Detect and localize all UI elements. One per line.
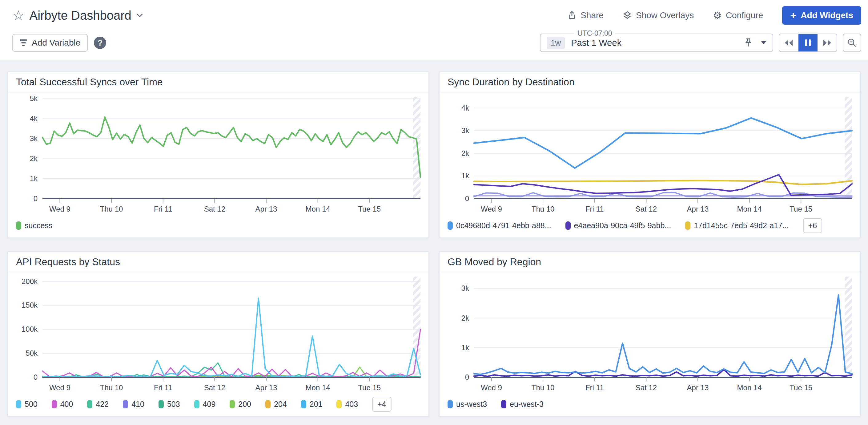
legend-item[interactable]: 403 (336, 400, 358, 409)
svg-text:1k: 1k (461, 172, 469, 180)
svg-text:Tue 15: Tue 15 (789, 205, 812, 213)
legend-item[interactable]: us-west3 (447, 400, 487, 409)
chart-canvas[interactable]: 01k2k3kWed 9Thu 10Fri 11Sat 12Apr 13Mon … (439, 272, 860, 392)
legend-item[interactable]: eu-west-3 (501, 400, 544, 409)
legend-label: 500 (25, 400, 37, 409)
svg-text:200k: 200k (22, 277, 38, 285)
svg-text:Wed 9: Wed 9 (481, 384, 502, 392)
time-range-chip: 1w (547, 37, 565, 49)
svg-text:Wed 9: Wed 9 (481, 205, 502, 213)
dashboard-canvas: Total Successful Syncs over Time 01k2k3k… (0, 60, 868, 417)
legend-item[interactable]: 201 (301, 400, 322, 409)
svg-text:2k: 2k (461, 314, 469, 322)
fast-forward-icon (822, 39, 832, 47)
zoom-out-button[interactable] (843, 34, 861, 52)
chart-legend: 500400422410503409200204201403+4 (8, 392, 429, 416)
time-shift-controls (779, 34, 837, 52)
svg-text:3k: 3k (461, 284, 469, 292)
legend-label: 200 (238, 400, 251, 409)
svg-text:Fri 11: Fri 11 (154, 205, 173, 213)
title-chevron-down-icon[interactable] (136, 13, 143, 18)
legend-color-chip (447, 221, 453, 230)
legend-label: 17d1455c-7ed5-49d2-a17... (694, 221, 789, 230)
legend-item[interactable]: 503 (158, 400, 180, 409)
legend-more-button[interactable]: +6 (803, 218, 823, 233)
legend-item[interactable]: 400 (52, 400, 73, 409)
legend-color-chip (52, 400, 57, 408)
legend-color-chip (87, 400, 92, 408)
legend-more-button[interactable]: +4 (372, 397, 392, 412)
legend-label: 403 (345, 400, 358, 409)
svg-text:0: 0 (34, 373, 37, 381)
legend-color-chip (194, 400, 199, 408)
pause-button[interactable] (799, 34, 817, 52)
legend-label: eu-west-3 (510, 400, 544, 409)
chart-canvas[interactable]: 01k2k3k4kWed 9Thu 10Fri 11Sat 12Apr 13Mo… (439, 92, 860, 213)
svg-text:0: 0 (34, 194, 37, 203)
forward-button[interactable] (817, 34, 837, 52)
legend-color-chip (501, 400, 506, 408)
favorite-star-icon[interactable]: ☆ (12, 9, 24, 22)
svg-text:2k: 2k (461, 149, 469, 157)
widget-sync-duration-by-destination: Sync Duration by Destination 01k2k3k4kWe… (439, 71, 861, 238)
widget-gb-moved-by-region: GB Moved by Region 01k2k3kWed 9Thu 10Fri… (439, 251, 861, 417)
legend-item[interactable]: 17d1455c-7ed5-49d2-a17... (685, 221, 789, 230)
svg-text:Tue 15: Tue 15 (358, 384, 381, 392)
legend-item[interactable]: success (16, 221, 52, 230)
svg-text:Thu 10: Thu 10 (532, 205, 555, 213)
show-overlays-label: Show Overlays (636, 10, 694, 20)
legend-label: 204 (274, 400, 287, 409)
zoom-out-icon (847, 38, 857, 48)
svg-text:1k: 1k (30, 174, 38, 183)
widget-title: GB Moved by Region (439, 252, 860, 272)
legend-color-chip (565, 221, 571, 230)
svg-text:Fri 11: Fri 11 (154, 384, 173, 392)
legend-item[interactable]: 0c49680d-4791-4ebb-a88... (447, 221, 551, 230)
configure-button[interactable]: ⚙ Configure (713, 10, 763, 20)
legend-item[interactable]: 204 (265, 400, 287, 409)
share-button[interactable]: Share (567, 10, 603, 20)
share-label: Share (581, 10, 603, 20)
timezone-label: UTC-07:00 (575, 29, 615, 37)
legend-item[interactable]: e4aea90a-90ca-49f5-9abb... (565, 221, 671, 230)
widget-api-requests-by-status: API Requests by Status 050k100k150k200kW… (7, 251, 429, 417)
pin-icon[interactable] (744, 38, 753, 48)
backward-button[interactable] (779, 34, 799, 52)
svg-text:Apr 13: Apr 13 (687, 384, 709, 392)
dropdown-caret-icon[interactable] (761, 41, 767, 44)
show-overlays-button[interactable]: Show Overlays (623, 10, 694, 20)
svg-text:Sat 12: Sat 12 (636, 384, 657, 392)
gear-icon: ⚙ (713, 10, 722, 20)
widget-total-successful-syncs: Total Successful Syncs over Time 01k2k3k… (7, 71, 429, 238)
svg-text:Sat 12: Sat 12 (636, 205, 657, 213)
legend-item[interactable]: 500 (16, 400, 37, 409)
legend-item[interactable]: 409 (194, 400, 216, 409)
widget-title: Sync Duration by Destination (439, 72, 860, 92)
svg-text:50k: 50k (26, 349, 38, 357)
legend-item[interactable]: 410 (123, 400, 144, 409)
chart-canvas[interactable]: 050k100k150k200kWed 9Thu 10Fri 11Sat 12A… (8, 272, 429, 392)
time-range-picker[interactable]: UTC-07:00 1w Past 1 Week (540, 34, 773, 52)
svg-text:Sat 12: Sat 12 (204, 205, 225, 213)
legend-color-chip (685, 221, 690, 230)
legend-label: 422 (96, 400, 108, 409)
legend-color-chip (229, 400, 235, 408)
legend-label: 503 (167, 400, 180, 409)
chart-canvas[interactable]: 01k2k3k4k5kWed 9Thu 10Fri 11Sat 12Apr 13… (8, 92, 429, 213)
legend-item[interactable]: 200 (229, 400, 251, 409)
dashboard-header: ☆ Airbyte Dashboard Share Show Overlays … (0, 0, 868, 60)
chart-legend: success (8, 213, 429, 238)
legend-item[interactable]: 422 (87, 400, 108, 409)
svg-text:3k: 3k (30, 134, 38, 143)
plus-icon: + (790, 10, 796, 21)
legend-color-chip (265, 400, 271, 408)
legend-label: e4aea90a-90ca-49f5-9abb... (574, 221, 671, 230)
svg-text:Apr 13: Apr 13 (255, 384, 277, 392)
svg-text:0: 0 (465, 194, 469, 203)
legend-label: 400 (60, 400, 73, 409)
add-widgets-button[interactable]: + Add Widgets (782, 6, 861, 25)
add-variable-button[interactable]: Add Variable (12, 34, 88, 52)
help-icon[interactable]: ? (94, 37, 106, 49)
svg-text:2k: 2k (30, 154, 38, 162)
svg-text:1k: 1k (461, 343, 469, 352)
